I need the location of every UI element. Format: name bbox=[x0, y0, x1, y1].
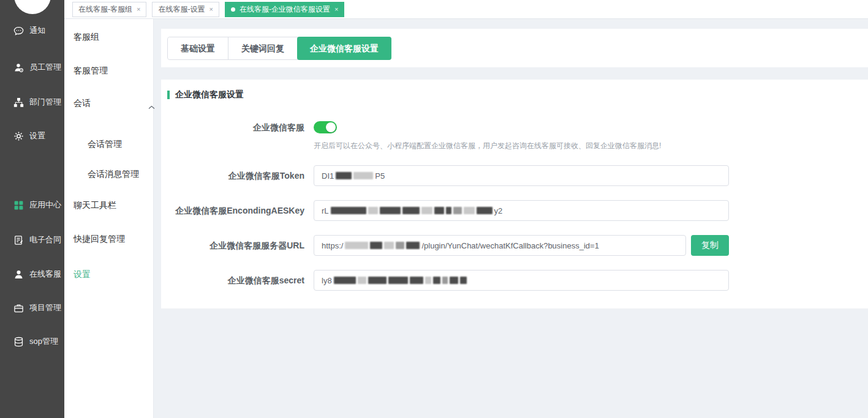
submenu-item-sessions[interactable]: 会话 bbox=[74, 97, 91, 109]
redacted-text bbox=[425, 277, 431, 284]
window-tab-label: 在线客服-设置 bbox=[158, 4, 205, 15]
secret-value-prefix: ly8 bbox=[322, 276, 332, 285]
secondary-sidebar: 客服组 客服管理 会话 会话管理 会话消息管理 聊天工具栏 快捷回复管理 设置 bbox=[64, 19, 154, 418]
window-tab-bar: 在线客服-客服组 × 在线客服-设置 × 在线客服-企业微信客服设置 × bbox=[64, 0, 868, 19]
tab-keyword-reply[interactable]: 关键词回复 bbox=[228, 37, 298, 59]
submenu-item-settings[interactable]: 设置 bbox=[74, 268, 91, 280]
database-icon bbox=[13, 337, 24, 347]
close-icon[interactable]: × bbox=[137, 6, 140, 13]
window-tab-settings[interactable]: 在线客服-设置 × bbox=[152, 2, 219, 17]
window-tab-service-groups[interactable]: 在线客服-客服组 × bbox=[72, 2, 146, 17]
redacted-text bbox=[331, 207, 366, 214]
aeskey-input[interactable]: rL y2 bbox=[314, 200, 729, 221]
wecom-kf-toggle[interactable] bbox=[314, 121, 337, 133]
chevron-up-icon bbox=[148, 100, 155, 113]
sidebar-item-label: sop管理 bbox=[29, 336, 58, 347]
redacted-text bbox=[334, 277, 356, 284]
redacted-text bbox=[370, 242, 382, 249]
server-url-suffix: /plugin/YunChat/wechatKfCallback?busines… bbox=[421, 241, 598, 250]
sidebar-item-projects[interactable]: 项目管理 bbox=[13, 302, 61, 314]
redacted-text bbox=[434, 207, 444, 214]
section-header: 企业微信客服设置 bbox=[167, 89, 244, 100]
page-tab-group: 基础设置 关键词回复 企业微信客服设置 bbox=[167, 37, 391, 60]
user-icon bbox=[13, 62, 24, 73]
secret-label: 企业微信客服secret bbox=[161, 270, 304, 291]
redacted-text bbox=[345, 242, 368, 249]
sidebar-item-contracts[interactable]: 电子合同 bbox=[13, 234, 61, 246]
redacted-text bbox=[402, 207, 420, 214]
main-sidebar: 通知 员工管理 部门管理 设置 应用中心 bbox=[0, 0, 64, 418]
toggle-hint: 开启后可以在公众号、小程序端配置企业微信客服，用户发起咨询在线客服可接收、回复企… bbox=[314, 141, 661, 151]
redacted-text bbox=[384, 242, 394, 249]
agent-icon bbox=[13, 269, 24, 280]
section-accent-bar bbox=[167, 91, 170, 99]
grid-icon bbox=[13, 200, 24, 211]
briefcase-icon bbox=[13, 303, 24, 313]
submenu-item-quick-reply[interactable]: 快捷回复管理 bbox=[74, 233, 125, 245]
submenu-item-service-mgmt[interactable]: 客服管理 bbox=[74, 64, 108, 77]
copy-button[interactable]: 复制 bbox=[691, 235, 729, 256]
window-tab-wecom-kf-settings[interactable]: 在线客服-企业微信客服设置 × bbox=[225, 2, 344, 17]
page-tabs-card: 基础设置 关键词回复 企业微信客服设置 bbox=[161, 29, 868, 67]
submenu-item-chat-toolbar[interactable]: 聊天工具栏 bbox=[74, 199, 116, 211]
server-url-input[interactable]: https:/ /plugin/YunChat/wechatKfCallback… bbox=[314, 235, 686, 256]
aeskey-value-suffix: y2 bbox=[494, 206, 503, 215]
sidebar-item-label: 项目管理 bbox=[29, 302, 61, 313]
tab-wecom-kf-settings[interactable]: 企业微信客服设置 bbox=[297, 37, 391, 60]
redacted-text bbox=[460, 277, 467, 284]
sidebar-item-label: 部门管理 bbox=[29, 97, 61, 108]
submenu-item-service-groups[interactable]: 客服组 bbox=[74, 31, 99, 43]
redacted-text bbox=[368, 207, 378, 214]
redacted-text bbox=[353, 172, 373, 179]
sidebar-item-online-service[interactable]: 在线客服 bbox=[13, 268, 61, 280]
redacted-text bbox=[380, 207, 401, 214]
sidebar-item-label: 在线客服 bbox=[29, 269, 61, 280]
server-url-label: 企业微信客服服务器URL bbox=[161, 235, 304, 256]
redacted-text bbox=[421, 207, 432, 214]
secret-input[interactable]: ly8 bbox=[314, 270, 729, 291]
redacted-text bbox=[368, 277, 387, 284]
redacted-text bbox=[358, 277, 366, 284]
aeskey-label: 企业微信客服EncondingAESKey bbox=[161, 200, 304, 221]
section-title: 企业微信客服设置 bbox=[175, 89, 244, 100]
close-icon[interactable]: × bbox=[209, 6, 213, 13]
token-value-suffix: P5 bbox=[375, 171, 385, 181]
sidebar-item-label: 电子合同 bbox=[29, 234, 61, 245]
app-window: 通知 员工管理 部门管理 设置 应用中心 bbox=[0, 0, 868, 418]
sidebar-item-notifications[interactable]: 通知 bbox=[13, 24, 45, 37]
sidebar-item-app-center[interactable]: 应用中心 bbox=[13, 199, 61, 211]
redacted-text bbox=[433, 277, 440, 284]
aeskey-value-prefix: rL bbox=[322, 206, 329, 215]
sidebar-item-label: 员工管理 bbox=[29, 62, 61, 73]
close-icon[interactable]: × bbox=[334, 6, 338, 13]
sidebar-item-label: 通知 bbox=[29, 25, 45, 36]
tab-basic-settings[interactable]: 基础设置 bbox=[168, 37, 228, 59]
app-logo bbox=[14, 0, 51, 14]
sidebar-item-label: 设置 bbox=[29, 130, 45, 141]
server-url-prefix: https:/ bbox=[322, 241, 343, 250]
redacted-text bbox=[464, 207, 475, 214]
comment-icon bbox=[13, 26, 24, 36]
token-value-prefix: DI1 bbox=[322, 171, 334, 181]
submenu-item-session-msg-mgmt[interactable]: 会话消息管理 bbox=[88, 168, 139, 180]
submenu-item-label: 会话 bbox=[74, 98, 91, 108]
redacted-text bbox=[396, 242, 404, 249]
redacted-text bbox=[477, 207, 492, 214]
redacted-text bbox=[410, 277, 423, 284]
toggle-label: 企业微信客服 bbox=[161, 117, 304, 138]
sidebar-item-label: 应用中心 bbox=[29, 200, 61, 211]
redacted-text bbox=[453, 207, 462, 214]
sidebar-item-sop[interactable]: sop管理 bbox=[13, 335, 58, 348]
sidebar-item-departments[interactable]: 部门管理 bbox=[13, 96, 61, 108]
window-tab-label: 在线客服-企业微信客服设置 bbox=[240, 4, 330, 15]
redacted-text bbox=[406, 242, 420, 249]
redacted-text bbox=[442, 277, 448, 284]
contract-icon bbox=[13, 235, 24, 245]
token-input[interactable]: DI1 P5 bbox=[314, 165, 729, 186]
submenu-item-session-mgmt[interactable]: 会话管理 bbox=[88, 138, 122, 150]
sidebar-item-settings[interactable]: 设置 bbox=[13, 130, 45, 142]
redacted-text bbox=[336, 172, 352, 179]
active-dot-icon bbox=[231, 7, 235, 12]
sidebar-item-employees[interactable]: 员工管理 bbox=[13, 61, 61, 73]
token-label: 企业微信客服Token bbox=[161, 165, 304, 186]
